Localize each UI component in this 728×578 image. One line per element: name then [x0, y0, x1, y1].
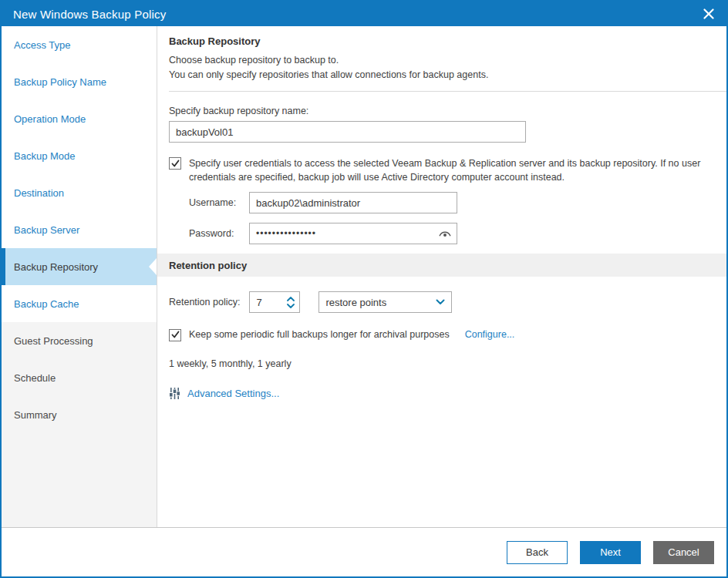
username-input[interactable]	[249, 192, 457, 213]
configure-link[interactable]: Configure...	[465, 329, 515, 340]
window-title: New Windows Backup Policy	[13, 8, 166, 21]
back-button[interactable]: Back	[507, 541, 568, 564]
step-summary: Summary	[2, 396, 157, 433]
step-backup-repository[interactable]: Backup Repository	[2, 248, 157, 285]
page-content: Backup Repository Choose backup reposito…	[157, 26, 726, 527]
retention-section-header: Retention policy	[157, 254, 726, 277]
advanced-settings-row: Advanced Settings...	[169, 388, 726, 399]
repository-name-input[interactable]	[169, 121, 526, 143]
retention-unit-value: restore points	[325, 297, 386, 308]
sidebar-filler	[2, 433, 157, 527]
close-button[interactable]	[700, 5, 717, 22]
username-row: Username:	[169, 192, 726, 213]
credentials-checkbox-label: Specify user credentials to access the s…	[189, 156, 726, 184]
step-access-type[interactable]: Access Type	[2, 26, 157, 63]
credentials-checkbox[interactable]	[169, 157, 181, 170]
step-backup-server[interactable]: Backup Server	[2, 211, 157, 248]
password-input[interactable]	[249, 223, 457, 244]
spinner-up-button[interactable]	[287, 297, 295, 301]
retention-policy-row: Retention policy:	[169, 291, 726, 313]
chevron-down-icon	[436, 299, 445, 305]
checkmark-icon	[171, 160, 180, 168]
wizard-steps-sidebar: Access Type Backup Policy Name Operation…	[2, 26, 157, 527]
archival-check-row: Keep some periodic full backups longer f…	[169, 328, 726, 341]
password-reveal-button[interactable]	[438, 229, 452, 239]
sliders-icon	[169, 388, 180, 399]
step-destination[interactable]: Destination	[2, 174, 157, 211]
step-backup-mode[interactable]: Backup Mode	[2, 137, 157, 174]
repository-name-label: Specify backup repository name:	[169, 106, 726, 116]
eye-icon	[438, 229, 452, 239]
retention-unit-select[interactable]: restore points	[318, 291, 452, 313]
retention-count-spinner[interactable]	[249, 291, 300, 313]
page-header: Backup Repository Choose backup reposito…	[169, 26, 726, 92]
spinner-down-button[interactable]	[287, 304, 295, 308]
next-button[interactable]: Next	[580, 541, 641, 564]
footer: Back Next Cancel	[2, 527, 726, 576]
step-backup-cache[interactable]: Backup Cache	[2, 285, 157, 322]
password-row: Password:	[169, 223, 726, 244]
archival-checkbox[interactable]	[169, 329, 181, 341]
page-description-line1: Choose backup repository to backup to.	[169, 53, 726, 68]
page-title: Backup Repository	[169, 35, 726, 47]
chevron-down-icon	[287, 304, 295, 308]
archival-checkbox-label: Keep some periodic full backups longer f…	[189, 328, 450, 341]
step-guest-processing: Guest Processing	[2, 322, 157, 359]
step-operation-mode[interactable]: Operation Mode	[2, 100, 157, 137]
step-schedule: Schedule	[2, 359, 157, 396]
retention-count-input[interactable]	[250, 297, 278, 308]
password-label: Password:	[189, 228, 249, 239]
cancel-button[interactable]: Cancel	[653, 541, 714, 564]
step-backup-policy-name[interactable]: Backup Policy Name	[2, 63, 157, 100]
chevron-up-icon	[287, 297, 295, 301]
advanced-settings-link[interactable]: Advanced Settings...	[187, 388, 279, 399]
archival-summary-text: 1 weekly, 5 monthly, 1 yearly	[169, 358, 726, 369]
close-icon	[703, 8, 714, 19]
retention-policy-label: Retention policy:	[169, 297, 240, 307]
credentials-check-row: Specify user credentials to access the s…	[169, 156, 726, 184]
checkmark-icon	[171, 331, 180, 339]
new-windows-backup-policy-dialog: New Windows Backup Policy Access Type Ba…	[0, 0, 728, 578]
page-description-line2: You can only specify repositories that a…	[169, 68, 726, 82]
username-label: Username:	[189, 197, 249, 208]
titlebar: New Windows Backup Policy	[2, 2, 726, 26]
